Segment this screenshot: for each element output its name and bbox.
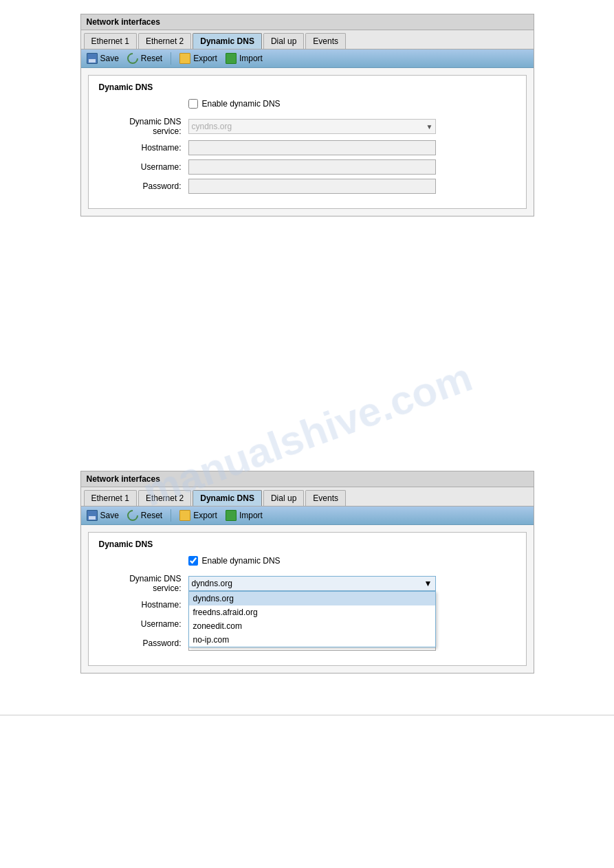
password-label-p1: Password: bbox=[99, 181, 188, 191]
reset-icon-p2 bbox=[125, 508, 141, 524]
username-row-p1: Username: bbox=[99, 159, 516, 175]
dns-service-options-p2: dyndns.org freedns.afraid.org zoneedit.c… bbox=[188, 591, 436, 647]
username-label-p1: Username: bbox=[99, 162, 188, 172]
tab-ethernet2-p1[interactable]: Ethernet 2 bbox=[138, 33, 191, 49]
hostname-label-p1: Hostname: bbox=[99, 143, 188, 153]
panel-1: Network interfaces Ethernet 1 Ethernet 2… bbox=[80, 14, 534, 216]
bottom-separator bbox=[0, 715, 614, 715]
tab-events-p2[interactable]: Events bbox=[305, 490, 346, 506]
tab-dynamicdns-p1[interactable]: Dynamic DNS bbox=[193, 33, 262, 49]
password-input-p1[interactable] bbox=[188, 179, 436, 194]
save-icon-p2 bbox=[87, 510, 98, 521]
panel-1-content: Dynamic DNS Enable dynamic DNS Dynamic D… bbox=[81, 68, 534, 216]
import-icon-p1 bbox=[226, 53, 237, 64]
username-input-p1[interactable] bbox=[188, 159, 436, 175]
reset-button-p2[interactable]: Reset bbox=[127, 510, 162, 521]
dropdown-arrow-open-p2: ▼ bbox=[424, 579, 432, 588]
import-label-p1: Import bbox=[239, 54, 263, 63]
panel-1-title: Network interfaces bbox=[81, 14, 534, 30]
dns-service-value-p2: dyndns.org bbox=[192, 579, 232, 588]
reset-label-p2: Reset bbox=[141, 511, 162, 520]
import-button-p1[interactable]: Import bbox=[226, 53, 263, 64]
separator-p2 bbox=[171, 509, 171, 522]
dns-option-freedns[interactable]: freedns.afraid.org bbox=[189, 605, 435, 619]
save-icon-p1 bbox=[87, 53, 98, 64]
save-button-p2[interactable]: Save bbox=[87, 510, 119, 521]
dns-option-noip[interactable]: no-ip.com bbox=[189, 633, 435, 647]
enable-row-p1: Enable dynamic DNS bbox=[99, 99, 516, 109]
enable-checkbox-p1[interactable] bbox=[188, 99, 198, 109]
tab-dialup-p2[interactable]: Dial up bbox=[263, 490, 304, 506]
dynamic-dns-section-p2: Dynamic DNS Enable dynamic DNS Dynamic D… bbox=[88, 532, 527, 666]
enable-row-p2: Enable dynamic DNS bbox=[99, 556, 516, 566]
import-button-p2[interactable]: Import bbox=[226, 510, 263, 521]
hostname-row-p1: Hostname: bbox=[99, 140, 516, 155]
export-label-p2: Export bbox=[193, 511, 217, 520]
panel-2-tabs: Ethernet 1 Ethernet 2 Dynamic DNS Dial u… bbox=[81, 487, 534, 507]
dns-service-dropdown-p1[interactable]: cyndns.org ▼ bbox=[188, 119, 436, 134]
import-icon-p2 bbox=[226, 510, 237, 521]
section-title-p2: Dynamic DNS bbox=[99, 539, 516, 549]
hostname-input-p1[interactable] bbox=[188, 140, 436, 155]
dns-service-dropdown-open-p2[interactable]: dyndns.org ▼ dyndns.org freedns.afraid.o… bbox=[188, 576, 436, 591]
export-button-p2[interactable]: Export bbox=[179, 510, 217, 521]
tab-ethernet1-p2[interactable]: Ethernet 1 bbox=[84, 490, 137, 506]
panel-2-content: Dynamic DNS Enable dynamic DNS Dynamic D… bbox=[81, 525, 534, 673]
dns-option-zoneedit[interactable]: zoneedit.com bbox=[189, 619, 435, 633]
username-label-p2: Username: bbox=[99, 619, 188, 629]
tab-events-p1[interactable]: Events bbox=[305, 33, 346, 49]
dns-service-label-p2: Dynamic DNS service: bbox=[99, 574, 188, 593]
separator-p1 bbox=[171, 52, 171, 65]
export-icon-p1 bbox=[179, 53, 190, 64]
tab-ethernet1-p1[interactable]: Ethernet 1 bbox=[84, 33, 137, 49]
panel-2: Network interfaces Ethernet 1 Ethernet 2… bbox=[80, 471, 534, 674]
dns-service-row-p2: Dynamic DNS service: dyndns.org ▼ dyndns… bbox=[99, 574, 516, 593]
save-label-p1: Save bbox=[100, 54, 119, 63]
hostname-label-p2: Hostname: bbox=[99, 600, 188, 610]
panel-1-toolbar: Save Reset Export Import bbox=[81, 49, 534, 68]
tab-dynamicdns-p2[interactable]: Dynamic DNS bbox=[193, 490, 262, 506]
dns-service-select-p1[interactable]: cyndns.org bbox=[188, 119, 436, 134]
dns-option-dyndns[interactable]: dyndns.org bbox=[189, 592, 435, 605]
import-label-p2: Import bbox=[239, 511, 263, 520]
password-label-p2: Password: bbox=[99, 638, 188, 648]
dns-service-row-p1: Dynamic DNS service: cyndns.org ▼ bbox=[99, 117, 516, 136]
section-title-p1: Dynamic DNS bbox=[99, 82, 516, 92]
enable-checkbox-p2[interactable] bbox=[188, 556, 198, 566]
reset-label-p1: Reset bbox=[141, 54, 162, 63]
save-button-p1[interactable]: Save bbox=[87, 53, 119, 64]
export-label-p1: Export bbox=[193, 54, 217, 63]
enable-label-p2[interactable]: Enable dynamic DNS bbox=[202, 556, 281, 566]
tab-ethernet2-p2[interactable]: Ethernet 2 bbox=[138, 490, 191, 506]
panel-2-title: Network interfaces bbox=[81, 471, 534, 487]
dynamic-dns-section-p1: Dynamic DNS Enable dynamic DNS Dynamic D… bbox=[88, 75, 527, 209]
reset-button-p1[interactable]: Reset bbox=[127, 53, 162, 64]
export-icon-p2 bbox=[179, 510, 190, 521]
export-button-p1[interactable]: Export bbox=[179, 53, 217, 64]
panel-2-toolbar: Save Reset Export Import bbox=[81, 507, 534, 525]
tab-dialup-p1[interactable]: Dial up bbox=[263, 33, 304, 49]
save-label-p2: Save bbox=[100, 511, 119, 520]
password-row-p1: Password: bbox=[99, 179, 516, 194]
panel-1-tabs: Ethernet 1 Ethernet 2 Dynamic DNS Dial u… bbox=[81, 30, 534, 49]
reset-icon-p1 bbox=[125, 51, 141, 67]
dns-service-label-p1: Dynamic DNS service: bbox=[99, 117, 188, 136]
dns-service-display-p2[interactable]: dyndns.org ▼ bbox=[188, 576, 436, 591]
enable-label-p1[interactable]: Enable dynamic DNS bbox=[202, 99, 281, 109]
